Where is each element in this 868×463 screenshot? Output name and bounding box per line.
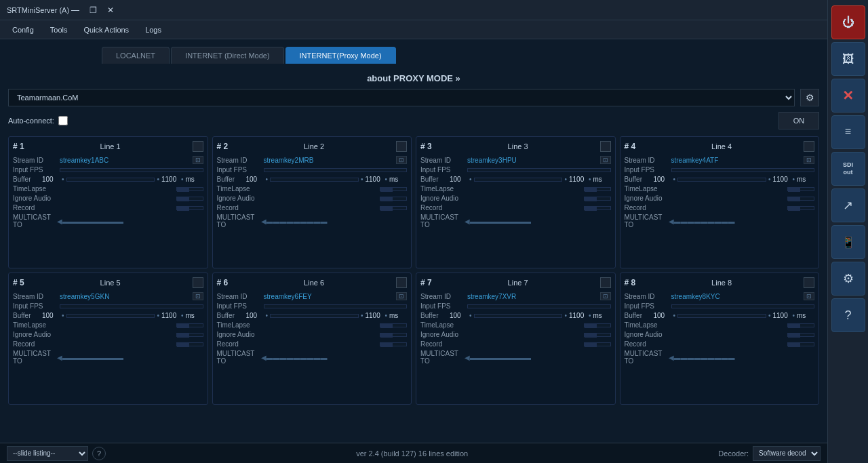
- ignore-audio-bar-2[interactable]: [380, 197, 407, 201]
- ignore-audio-indicator-4: [788, 197, 800, 201]
- line-name-4: Line 4: [639, 142, 804, 150]
- menu-config[interactable]: Config: [5, 24, 41, 36]
- ignore-audio-bar-1[interactable]: [176, 197, 203, 201]
- record-bar-5[interactable]: [176, 342, 203, 346]
- preview-button[interactable]: 🖼: [831, 42, 865, 76]
- buffer-label-8: Buffer: [625, 312, 652, 319]
- line-card-3: # 3 Line 3 Stream ID streamkey3HPU ⊡ Inp…: [416, 136, 616, 268]
- ignore-audio-bar-6[interactable]: [380, 333, 407, 337]
- line-toggle-6[interactable]: [396, 277, 407, 288]
- timelapse-indicator-8: [788, 324, 800, 328]
- list-button[interactable]: ≡: [831, 115, 865, 149]
- line-name-1: Line 1: [28, 142, 193, 150]
- buffer-bar-8: [677, 314, 766, 318]
- timelapse-row-5: TimeLapse: [13, 321, 203, 329]
- menu-logs[interactable]: Logs: [138, 24, 168, 36]
- timelapse-label-7: TimeLapse: [420, 321, 584, 329]
- stream-id-row-7: Stream ID streamkey7XVR ⊡: [420, 292, 611, 300]
- slide-select[interactable]: --slide listing--: [7, 446, 88, 461]
- list-icon: ≡: [845, 125, 851, 138]
- line-name-5: Line 5: [28, 279, 193, 287]
- timelapse-bar-1[interactable]: [176, 187, 203, 191]
- record-bar-6[interactable]: [380, 342, 407, 346]
- record-bar-4[interactable]: [787, 206, 814, 210]
- line-toggle-7[interactable]: [600, 277, 611, 288]
- ignore-audio-bar-8[interactable]: [787, 333, 814, 337]
- buffer-max-6: 1100: [365, 312, 382, 319]
- record-bar-1[interactable]: [176, 206, 203, 210]
- server-select[interactable]: Teamarmaan.CoM: [8, 89, 795, 106]
- copy-stream-id-1[interactable]: ⊡: [193, 156, 203, 164]
- timelapse-indicator-3: [585, 188, 597, 192]
- line-toggle-4[interactable]: [804, 141, 814, 152]
- line-toggle-3[interactable]: [600, 141, 611, 152]
- copy-stream-id-4[interactable]: ⊡: [804, 156, 814, 164]
- record-bar-7[interactable]: [584, 342, 611, 346]
- timelapse-bar-8[interactable]: [787, 323, 814, 327]
- input-fps-bar-1: [60, 168, 203, 172]
- settings-button[interactable]: ⚙: [831, 262, 865, 296]
- line-toggle-1[interactable]: [193, 141, 203, 152]
- ignore-audio-bar-7[interactable]: [584, 333, 611, 337]
- sdi-top-label: SDI: [843, 162, 853, 168]
- power-button[interactable]: ⏻: [831, 5, 865, 39]
- maximize-button[interactable]: ❐: [87, 4, 99, 16]
- line-card-4: # 4 Line 4 Stream ID streamkey4ATF ⊡ Inp…: [620, 136, 820, 268]
- timelapse-bar-5[interactable]: [176, 323, 203, 327]
- input-fps-row-2: Input FPS: [217, 166, 408, 174]
- share-button[interactable]: ↗: [831, 188, 865, 222]
- buffer-max-7: 1100: [569, 312, 587, 319]
- tab-internet-proxy[interactable]: INTERNET(Proxy Mode): [285, 47, 396, 64]
- mobile-button[interactable]: 📱: [831, 225, 865, 259]
- copy-stream-id-3[interactable]: ⊡: [600, 156, 611, 164]
- line-toggle-2[interactable]: [396, 141, 407, 152]
- tab-localnet[interactable]: LOCALNET: [102, 47, 170, 64]
- stream-id-row-2: Stream ID streamkey2MRB ⊡: [217, 156, 408, 164]
- buffer-min-3: 100: [450, 176, 467, 183]
- copy-stream-id-5[interactable]: ⊡: [193, 292, 203, 300]
- ignore-audio-bar-4[interactable]: [787, 197, 814, 201]
- multicast-label-3: MULTICAST TO: [420, 214, 465, 228]
- copy-stream-id-2[interactable]: ⊡: [396, 156, 407, 164]
- line-header-5: # 5 Line 5: [13, 277, 203, 288]
- proxy-header[interactable]: about PROXY MODE »: [8, 69, 819, 89]
- buffer-unit-4: ms: [797, 176, 814, 183]
- record-row-2: Record: [217, 204, 408, 212]
- line-toggle-8[interactable]: [804, 277, 814, 288]
- timelapse-bar-4[interactable]: [787, 187, 814, 191]
- menu-quick-actions[interactable]: Quick Actions: [77, 24, 136, 36]
- copy-stream-id-8[interactable]: ⊡: [804, 292, 814, 300]
- close-stream-button[interactable]: ✕: [831, 79, 865, 113]
- minimize-button[interactable]: —: [69, 4, 81, 16]
- stream-id-label-7: Stream ID: [420, 293, 465, 300]
- line-toggle-5[interactable]: [193, 277, 203, 288]
- buffer-max-2: 1100: [365, 176, 382, 183]
- sdi-out-button[interactable]: SDI out: [831, 152, 865, 186]
- tab-internet-direct[interactable]: INTERNET (Direct Mode): [171, 47, 283, 64]
- ignore-audio-bar-5[interactable]: [176, 333, 203, 337]
- timelapse-bar-3[interactable]: [584, 187, 611, 191]
- timelapse-row-2: TimeLapse: [217, 185, 408, 193]
- lines-grid: # 1 Line 1 Stream ID streamkey1ABC ⊡ Inp…: [8, 136, 819, 405]
- buffer-bar-2: [270, 178, 359, 182]
- menu-tools[interactable]: Tools: [43, 24, 75, 36]
- copy-stream-id-7[interactable]: ⊡: [600, 292, 611, 300]
- timelapse-label-5: TimeLapse: [13, 321, 176, 329]
- gear-button[interactable]: ⚙: [800, 89, 819, 106]
- copy-stream-id-6[interactable]: ⊡: [396, 292, 407, 300]
- record-bar-8[interactable]: [787, 342, 814, 346]
- help-question-button[interactable]: ?: [92, 447, 106, 460]
- timelapse-bar-2[interactable]: [380, 187, 407, 191]
- record-bar-2[interactable]: [380, 206, 407, 210]
- ignore-audio-bar-3[interactable]: [584, 197, 611, 201]
- close-button[interactable]: ✕: [104, 4, 117, 16]
- timelapse-bar-7[interactable]: [584, 323, 611, 327]
- buffer-unit-2: ms: [389, 176, 407, 183]
- autoconnect-checkbox[interactable]: [58, 116, 68, 125]
- line-card-8: # 8 Line 8 Stream ID streamkey8KYC ⊡ Inp…: [620, 273, 820, 405]
- record-bar-3[interactable]: [584, 206, 611, 210]
- on-button[interactable]: ON: [778, 112, 819, 129]
- timelapse-bar-6[interactable]: [380, 323, 407, 327]
- decoder-select[interactable]: Software decod: [753, 446, 821, 461]
- help-button[interactable]: ?: [831, 298, 865, 332]
